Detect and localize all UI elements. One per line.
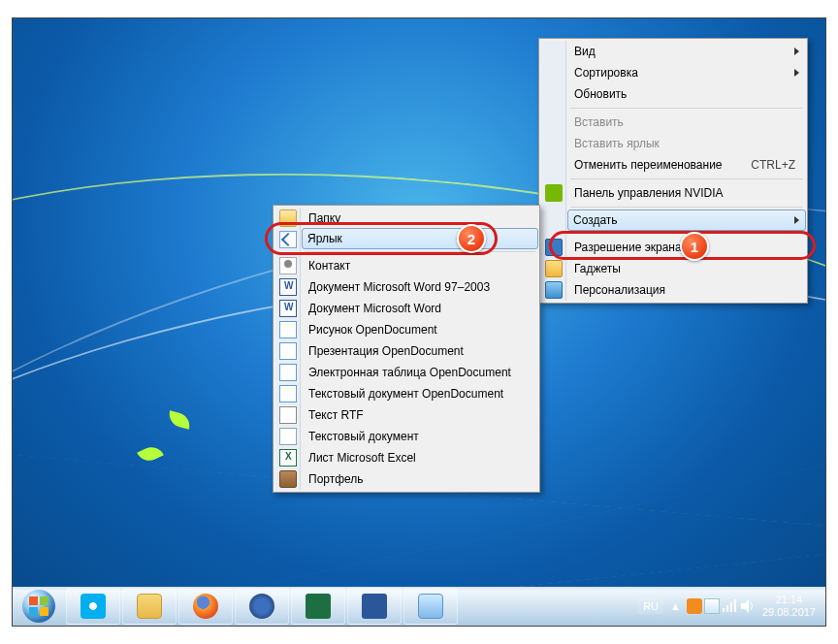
menu-item-label: Текст RTF [308,408,364,422]
network-icon[interactable] [722,598,737,614]
annotation-badge-2: 2 [457,224,486,253]
opendocument-icon [279,364,297,381]
menu-item-sort[interactable]: Сортировка [568,62,805,83]
menu-separator [570,108,803,109]
thunderbird-icon [249,594,274,619]
taskbar-item-notepad[interactable] [403,588,458,625]
annotation-badge-1: 1 [680,232,709,261]
submenu-item-contact[interactable]: Контакт [303,255,537,276]
menu-item-label: Ярлык [307,232,342,245]
rtf-icon [279,406,297,424]
windows-logo-icon [22,590,55,623]
menu-item-label: Вставить ярлык [574,137,660,150]
menu-item-undo-rename[interactable]: Отменить переименование CTRL+Z [568,154,805,176]
menu-item-label: Папку [308,211,340,225]
svg-rect-3 [734,599,736,612]
submenu-arrow-icon [794,48,799,55]
menu-separator [305,251,535,252]
submenu-arrow-icon [794,216,799,224]
submenu-item-word[interactable]: Документ Microsoft Word [303,298,537,319]
submenu-item-folder[interactable]: Папку [303,208,537,229]
badge-number: 1 [691,239,698,255]
skype-icon [81,594,106,619]
taskbar-item-explorer[interactable] [122,588,177,625]
desktop[interactable]: Вид Сортировка Обновить Вставить Вставит… [13,18,825,587]
briefcase-icon [279,470,297,488]
taskbar: RU ▲ 21:14 29.08.2017 [13,587,825,626]
menu-item-create[interactable]: Создать [567,209,806,231]
system-tray: RU ▲ 21:14 29.08.2017 [637,594,825,618]
svg-rect-0 [723,608,725,612]
menu-separator [570,178,803,179]
text-doc-icon [279,428,297,445]
menu-item-label: Лист Microsoft Excel [308,451,416,465]
submenu-item-excel[interactable]: Лист Microsoft Excel [303,447,537,468]
window-frame: Вид Сортировка Обновить Вставить Вставит… [12,17,826,627]
clock-time: 21:14 [762,594,816,606]
gadgets-icon [545,260,563,277]
menu-item-label: Создать [573,213,618,227]
start-button[interactable] [13,587,65,626]
desktop-context-menu: Вид Сортировка Обновить Вставить Вставит… [538,38,808,304]
taskbar-item-firefox[interactable] [178,588,233,625]
folder-icon [279,209,297,227]
menu-item-label: Документ Microsoft Word [308,302,441,315]
notepad-icon [418,594,443,619]
menu-item-nvidia[interactable]: Панель управления NVIDIA [568,182,805,204]
menu-item-label: Гаджеты [574,262,621,275]
submenu-item-od-spread[interactable]: Электронная таблица OpenDocument [303,362,537,383]
menu-item-label: Отменить переименование [574,158,723,172]
submenu-item-od-text[interactable]: Текстовый документ OpenDocument [303,383,537,404]
menu-item-refresh[interactable]: Обновить [568,83,805,105]
contact-icon [279,257,297,274]
volume-icon[interactable] [739,598,755,614]
tray-show-hidden-icons[interactable]: ▲ [666,600,685,612]
shortcut-icon [279,231,297,248]
menu-item-label: Электронная таблица OpenDocument [308,366,511,379]
firefox-icon [193,594,218,619]
menu-item-paste-shortcut: Вставить ярлык [568,133,805,154]
submenu-arrow-icon [794,69,799,77]
menu-item-personalize[interactable]: Персонализация [568,279,805,301]
submenu-item-word9703[interactable]: Документ Microsoft Word 97–2003 [303,276,537,298]
tray-app-icon[interactable] [687,598,702,614]
action-center-icon[interactable] [704,598,720,614]
word-icon [362,594,387,619]
menu-item-label: Рисунок OpenDocument [308,323,437,337]
menu-item-label: Сортировка [574,66,638,80]
submenu-item-briefcase[interactable]: Портфель [303,468,537,490]
submenu-item-shortcut[interactable]: Ярлык [302,228,538,249]
word-icon [279,278,297,296]
excel-icon [279,449,297,467]
svg-rect-2 [730,602,732,612]
excel-icon [306,594,331,619]
nvidia-icon [545,184,563,202]
submenu-item-od-draw[interactable]: Рисунок OpenDocument [303,319,537,340]
menu-item-label: Документ Microsoft Word 97–2003 [308,280,490,294]
menu-item-gadgets[interactable]: Гаджеты [568,258,805,279]
opendocument-icon [279,342,297,360]
menu-item-view[interactable]: Вид [568,41,805,62]
taskbar-item-word[interactable] [347,588,402,625]
menu-item-label: Обновить [574,87,627,101]
create-submenu: Папку Ярлык Контакт Документ Microsoft W… [273,205,540,493]
language-indicator[interactable]: RU [637,598,664,614]
opendocument-icon [279,385,297,402]
word-icon [279,300,297,317]
taskbar-clock[interactable]: 21:14 29.08.2017 [757,594,816,618]
menu-item-label: Панель управления NVIDIA [574,186,724,200]
submenu-item-od-pres[interactable]: Презентация OpenDocument [303,340,537,362]
menu-item-shortcut: CTRL+Z [751,158,795,172]
badge-number: 2 [467,231,475,247]
menu-item-label: Разрешение экрана [574,241,682,254]
submenu-item-rtf[interactable]: Текст RTF [303,404,537,426]
submenu-item-txt[interactable]: Текстовый документ [303,426,537,447]
taskbar-item-thunderbird[interactable] [235,588,289,625]
menu-item-paste: Вставить [568,112,805,133]
menu-item-label: Текстовый документ OpenDocument [308,387,503,401]
display-icon [545,239,563,256]
menu-item-label: Контакт [308,259,350,273]
explorer-icon [137,594,162,619]
taskbar-item-skype[interactable] [66,588,120,625]
taskbar-item-excel[interactable] [291,588,345,625]
